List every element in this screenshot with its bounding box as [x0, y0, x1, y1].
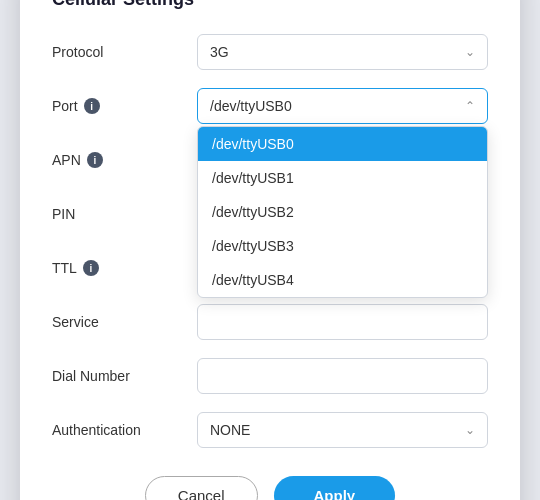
port-option-3[interactable]: /dev/ttyUSB3 — [198, 229, 487, 263]
port-chevron-icon: ⌃ — [465, 99, 475, 113]
port-label: Port i — [52, 98, 197, 114]
authentication-select[interactable]: NONE ⌄ — [197, 412, 488, 448]
dial-number-label: Dial Number — [52, 368, 197, 384]
authentication-chevron-icon: ⌄ — [465, 423, 475, 437]
port-option-2[interactable]: /dev/ttyUSB2 — [198, 195, 487, 229]
protocol-value: 3G — [210, 44, 229, 60]
authentication-row: Authentication NONE ⌄ — [52, 412, 488, 448]
authentication-value: NONE — [210, 422, 250, 438]
service-control — [197, 304, 488, 340]
authentication-label: Authentication — [52, 422, 197, 438]
protocol-control: 3G ⌄ — [197, 34, 488, 70]
apn-label: APN i — [52, 152, 197, 168]
cancel-button[interactable]: Cancel — [145, 476, 258, 500]
dial-number-input[interactable] — [197, 358, 488, 394]
service-row: Service — [52, 304, 488, 340]
protocol-select[interactable]: 3G ⌄ — [197, 34, 488, 70]
dial-number-row: Dial Number — [52, 358, 488, 394]
protocol-row: Protocol 3G ⌄ — [52, 34, 488, 70]
port-info-icon[interactable]: i — [84, 98, 100, 114]
port-value: /dev/ttyUSB0 — [210, 98, 292, 114]
port-option-0[interactable]: /dev/ttyUSB0 — [198, 127, 487, 161]
port-dropdown: /dev/ttyUSB0 /dev/ttyUSB1 /dev/ttyUSB2 /… — [197, 126, 488, 298]
port-option-4[interactable]: /dev/ttyUSB4 — [198, 263, 487, 297]
apply-button[interactable]: Apply — [274, 476, 396, 500]
pin-label: PIN — [52, 206, 197, 222]
dial-number-control — [197, 358, 488, 394]
port-control: /dev/ttyUSB0 ⌃ /dev/ttyUSB0 /dev/ttyUSB1… — [197, 88, 488, 124]
apn-info-icon[interactable]: i — [87, 152, 103, 168]
service-input[interactable] — [197, 304, 488, 340]
authentication-control: NONE ⌄ — [197, 412, 488, 448]
service-label: Service — [52, 314, 197, 330]
port-select[interactable]: /dev/ttyUSB0 ⌃ — [197, 88, 488, 124]
port-row: Port i /dev/ttyUSB0 ⌃ /dev/ttyUSB0 /dev/… — [52, 88, 488, 124]
modal-footer: Cancel Apply — [52, 476, 488, 500]
ttl-label: TTL i — [52, 260, 197, 276]
cellular-settings-modal: Cellular Settings Protocol 3G ⌄ Port i /… — [20, 0, 520, 500]
protocol-chevron-icon: ⌄ — [465, 45, 475, 59]
modal-title: Cellular Settings — [52, 0, 488, 10]
ttl-info-icon[interactable]: i — [83, 260, 99, 276]
protocol-label: Protocol — [52, 44, 197, 60]
port-option-1[interactable]: /dev/ttyUSB1 — [198, 161, 487, 195]
